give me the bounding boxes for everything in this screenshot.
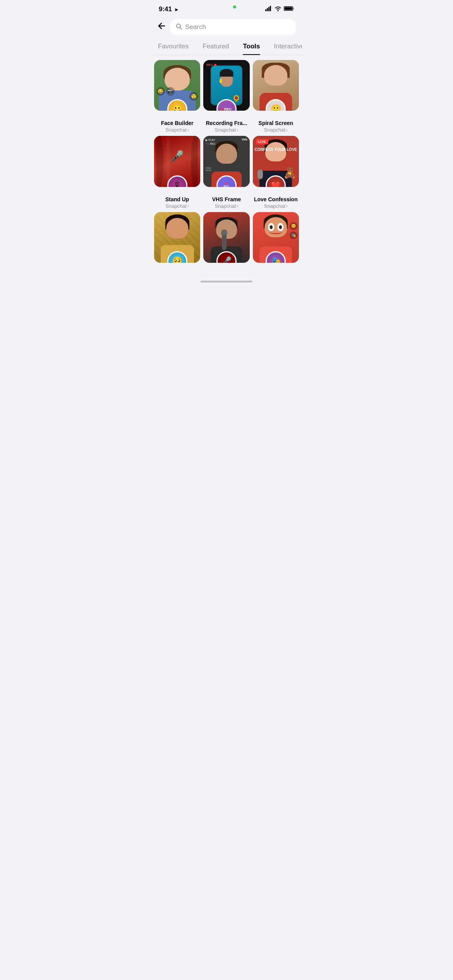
tab-tools[interactable]: Tools [236,38,267,55]
lens-thumbnail-bottom-3: 😊 🎭 🎭 [253,212,299,263]
lens-creator-vhs-frame[interactable]: Snapchat › [203,203,249,209]
search-bar-area: Search [151,16,302,38]
home-bar [201,281,252,283]
lens-creator-stand-up[interactable]: Snapchat › [154,203,200,209]
lens-info-stand-up: Stand Up Snapchat › [154,196,200,209]
lens-name-face-builder: Face Builder [154,120,200,126]
svg-rect-0 [265,9,266,11]
lens-info-bottom-3 [253,272,299,273]
svg-rect-3 [270,6,271,11]
location-icon: ► [174,7,179,12]
lens-info-face-builder: Face Builder Snapchat › [154,120,200,133]
battery-icon [284,6,294,13]
lens-thumbnail-stand-up: 🎤 STAND UP 🎙 [154,136,200,187]
lens-info-recording-frame: Recording Fra... Snapchat › [203,120,249,133]
lens-card-love-confession[interactable]: 🧸 LIVE CONFESS YOUR LOVE ❤️ Love Confess… [253,136,299,209]
search-placeholder: Search [185,23,206,31]
lens-info-bottom-1 [154,272,200,273]
creator-arrow-spiral-screen: › [286,127,288,133]
lens-name-spiral-screen: Spiral Screen [253,120,299,126]
search-bar[interactable]: Search [170,19,296,35]
wifi-icon [275,6,281,13]
lens-thumbnail-vhs-frame: ▶ PLAY ⚫ REC VHS 24/1102/11 REC [203,136,249,187]
lens-card-spiral-screen[interactable]: 🙂 Spiral Screen Snapchat › [253,60,299,133]
lens-creator-face-builder[interactable]: Snapchat › [154,127,200,133]
lens-card-recording-frame[interactable]: REC 🌻 [203,60,249,133]
dot-green [233,5,236,9]
lens-thumbnail-spiral-screen: 🙂 [253,60,299,111]
confess-text: CONFESS YOUR LOVE [253,147,299,152]
lens-card-stand-up[interactable]: 🎤 STAND UP 🎙 Stand Up Snapchat › [154,136,200,209]
home-indicator [151,278,302,284]
tab-bar: Favourites Featured Tools Interactive Ch… [151,38,302,55]
lens-thumbnail-recording-frame: REC 🌻 [203,60,249,111]
lens-info-bottom-2 [203,272,249,273]
lens-card-bottom-1[interactable]: 🥺 [154,212,200,273]
lens-grid: 😀 📷 😲 😀 Face Builder Snapchat › REC [151,55,302,278]
lens-card-bottom-2[interactable]: 🎤 [203,212,249,273]
creator-arrow-recording-frame: › [237,127,238,133]
lens-creator-recording-frame[interactable]: Snapchat › [203,127,249,133]
lens-card-face-builder[interactable]: 😀 📷 😲 😀 Face Builder Snapchat › [154,60,200,133]
lens-info-spiral-screen: Spiral Screen Snapchat › [253,120,299,133]
tab-featured[interactable]: Featured [196,38,236,55]
signal-icon [265,6,272,13]
svg-rect-6 [293,8,294,9]
lens-creator-spiral-screen[interactable]: Snapchat › [253,127,299,133]
svg-rect-2 [268,7,269,11]
creator-arrow-stand-up: › [187,203,189,209]
lens-thumbnail-bottom-2: 🎤 [203,212,249,263]
lens-creator-love-confession[interactable]: Snapchat › [253,203,299,209]
status-bar: 9:41 ► [151,0,302,16]
lens-name-stand-up: Stand Up [154,196,200,202]
lens-name-recording-frame: Recording Fra... [203,120,249,126]
status-icons [265,6,294,13]
lens-name-vhs-frame: VHS Frame [203,196,249,202]
lens-info-love-confession: Love Confession Snapchat › [253,196,299,209]
lens-card-bottom-3[interactable]: 😊 🎭 🎭 [253,212,299,273]
status-time: 9:41 ► [159,5,179,13]
lens-card-vhs-frame[interactable]: ▶ PLAY ⚫ REC VHS 24/1102/11 REC VHS [203,136,249,209]
live-badge: LIVE [256,139,268,144]
lens-name-love-confession: Love Confession [253,196,299,202]
svg-rect-1 [267,8,268,11]
tab-favourites[interactable]: Favourites [151,38,196,55]
svg-line-8 [180,27,182,29]
back-button[interactable] [157,22,166,33]
svg-rect-5 [285,7,292,10]
lens-info-vhs-frame: VHS Frame Snapchat › [203,196,249,209]
lens-thumbnail-love-confession: 🧸 LIVE CONFESS YOUR LOVE ❤️ [253,136,299,187]
tab-interactive[interactable]: Interactive [267,38,302,55]
creator-arrow-vhs-frame: › [237,203,238,209]
search-icon [176,23,182,31]
creator-arrow-love-confession: › [286,203,288,209]
lens-thumbnail-face-builder: 😀 📷 😲 😀 [154,60,200,111]
creator-arrow-face-builder: › [187,127,189,133]
lens-thumbnail-bottom-1: 🥺 [154,212,200,263]
